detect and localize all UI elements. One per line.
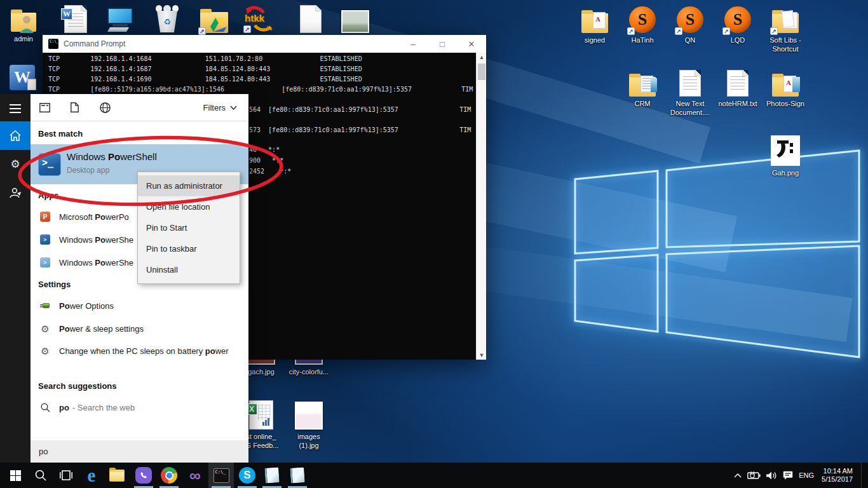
context-menu-item[interactable]: Pin to Start <box>138 217 240 238</box>
desktop-icon-hatinh[interactable]: S↗ HaTinh <box>619 5 666 44</box>
tray-expand-button[interactable] <box>734 473 742 478</box>
show-desktop-button[interactable] <box>861 463 864 488</box>
web-filter-icon[interactable] <box>100 94 111 121</box>
tray-date: 5/15/2017 <box>822 475 853 484</box>
visual-studio-button[interactable]: ∞ <box>182 463 208 488</box>
notepad-button-2[interactable] <box>285 463 310 488</box>
desktop-icon-word-document[interactable]: W <box>52 5 99 33</box>
desktop-icon-word-app[interactable]: W <box>3 64 42 90</box>
desktop-icon-recycle-bin[interactable]: ♻ <box>144 5 191 33</box>
volume-status[interactable] <box>766 471 777 480</box>
language-indicator[interactable]: ENG <box>799 471 814 479</box>
desktop-icon-notehrm[interactable]: noteHRM.txt <box>714 69 761 108</box>
search-input[interactable]: po <box>31 440 248 463</box>
desktop-icon-label: signed <box>585 36 605 44</box>
desktop-icon-admin[interactable]: admin <box>4 4 43 43</box>
powershell-icon: > <box>40 234 50 245</box>
clock[interactable]: 10:14 AM 5/15/2017 <box>822 467 853 484</box>
photo-icon <box>341 5 369 33</box>
result-text: Microsoft <box>59 212 95 222</box>
user-folder-icon <box>11 4 36 32</box>
scroll-thumb[interactable] <box>478 64 485 80</box>
setting-result-power-options[interactable]: Power Options <box>31 294 248 317</box>
setting-result-pc-sleep[interactable]: ⚙ Change when the PC sleeps on battery p… <box>31 340 248 376</box>
desktop-icon-gah[interactable]: Gah.png <box>762 135 809 177</box>
result-text-match: Po <box>59 324 70 334</box>
cmd-taskbar-button[interactable]: C:\_ <box>208 463 234 488</box>
chevron-down-icon <box>230 105 237 110</box>
console-line: 564 [fe80::d839:71c0:aa1:997f%13]:5357 T… <box>249 106 471 114</box>
s-logo-shortcut-icon: S↗ <box>724 5 751 33</box>
desktop-icon-new-text-document[interactable]: New Text Document.... <box>667 69 714 117</box>
this-pc-icon <box>106 5 134 33</box>
edge-button[interactable]: e <box>79 463 104 488</box>
desktop-icon-crm[interactable]: CRM <box>619 69 666 108</box>
filters-label: Filters <box>203 103 226 112</box>
scrollbar[interactable]: ▲ ▼ <box>476 53 486 360</box>
chrome-button[interactable] <box>156 463 182 488</box>
s-logo-shortcut-icon: S↗ <box>629 5 656 33</box>
viber-button[interactable] <box>131 463 156 488</box>
skype-button[interactable]: S <box>234 463 260 488</box>
context-menu-item[interactable]: Run as administrator <box>138 175 240 196</box>
notepad-button[interactable] <box>259 463 285 488</box>
console-line: 900 *:* <box>249 157 283 165</box>
cmd-title-bar[interactable]: C:\_ Command Prompt – □ ✕ <box>43 35 486 53</box>
desktop-icon-label: CRM <box>634 99 650 108</box>
scroll-up-icon[interactable]: ▲ <box>477 53 487 62</box>
desktop-icon-lqd[interactable]: S↗ LQD <box>714 5 761 44</box>
documents-filter-icon[interactable] <box>71 94 79 121</box>
search-suggestions-header: Search suggestions <box>38 381 117 391</box>
excel-file-icon: X <box>249 399 273 430</box>
filters-dropdown[interactable]: Filters <box>203 94 237 121</box>
task-view-button[interactable] <box>53 463 79 488</box>
home-tab[interactable] <box>0 121 31 150</box>
notepad-icon <box>264 467 280 483</box>
web-suggestion-result[interactable]: po- Search the web <box>31 396 248 419</box>
desktop-icon-photo[interactable] <box>332 5 379 33</box>
setting-result-power-sleep[interactable]: ⚙ Power & sleep settings <box>31 317 248 340</box>
power-options-icon <box>39 301 51 310</box>
action-center-button[interactable] <box>783 471 793 480</box>
desktop-icon-htkk[interactable]: htkk ↗ <box>236 5 283 33</box>
desktop-icon-drive-folder[interactable]: ↗ <box>191 5 238 33</box>
file-explorer-button[interactable] <box>104 463 130 488</box>
battery-status[interactable] <box>747 471 761 479</box>
pdf-folder-icon: A <box>581 5 608 33</box>
context-menu-item[interactable]: Open file location <box>138 196 240 217</box>
cmd-app-icon: C:\_ <box>48 39 58 49</box>
context-menu-item[interactable]: Uninstall <box>138 259 240 280</box>
desktop: admin W W <box>0 0 868 488</box>
word-document-icon: W <box>64 5 87 33</box>
taskbar-search-button[interactable] <box>28 463 53 488</box>
settings-tab[interactable]: ⚙ <box>0 150 31 179</box>
htkk-shortcut-icon: htkk ↗ <box>243 5 276 33</box>
desktop-icon-signed[interactable]: A signed <box>571 5 618 44</box>
apps-header: Apps <box>38 191 59 200</box>
desktop-icon-images-1[interactable]: images (1).jpg <box>285 399 332 450</box>
result-text: Change when the PC sleeps on battery <box>59 346 205 356</box>
feedback-tab[interactable] <box>0 179 31 207</box>
s-logo-shortcut-icon: S↗ <box>677 5 703 33</box>
divider <box>31 121 248 121</box>
result-text-rest: wer & sleep settings <box>70 324 144 334</box>
console-line: TCP 192.168.1.4:1690 184.85.124.80:443 E… <box>48 76 362 83</box>
result-text-rest: werShe <box>105 258 133 268</box>
desktop-icon-photos-sign[interactable]: A Photos-Sign <box>762 69 809 108</box>
minimize-button[interactable]: – <box>398 35 428 53</box>
file-explorer-icon <box>109 470 125 482</box>
desktop-icon-qn[interactable]: S↗ QN <box>667 5 714 44</box>
desktop-icon-this-pc[interactable] <box>97 5 144 33</box>
result-text-match: Po <box>59 301 70 311</box>
maximize-button[interactable]: □ <box>428 35 457 53</box>
close-button[interactable]: ✕ <box>457 35 486 53</box>
desktop-icon-soft-libs[interactable]: ↗ Soft Libs - Shortcut <box>762 5 809 53</box>
start-button[interactable] <box>3 463 28 488</box>
menu-button[interactable] <box>0 94 31 123</box>
desktop-icon-blank-document[interactable] <box>287 5 334 33</box>
powerpoint-icon: P <box>40 212 50 222</box>
apps-filter-icon[interactable] <box>39 94 50 121</box>
desktop-icon-label: st online_ IG Feedb... <box>243 432 278 450</box>
context-menu-item[interactable]: Pin to taskbar <box>138 238 240 259</box>
scroll-down-icon[interactable]: ▼ <box>477 351 487 360</box>
